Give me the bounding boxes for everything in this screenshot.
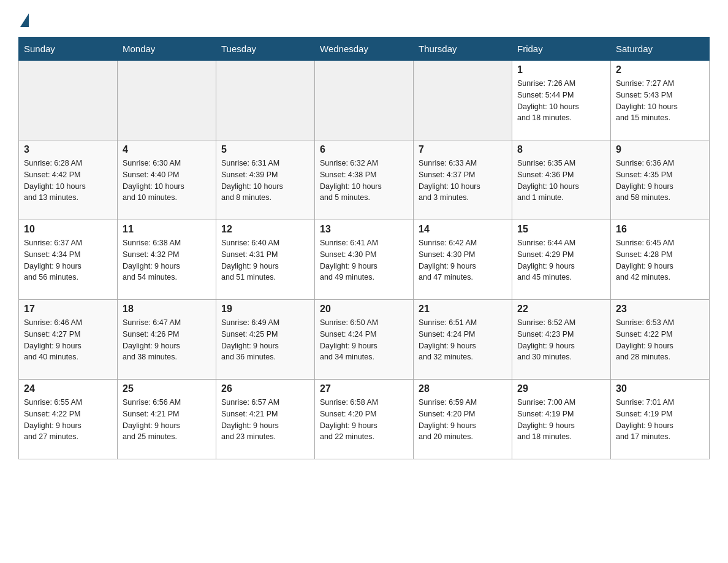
calendar-cell: [216, 61, 315, 140]
day-info: Sunrise: 6:32 AM Sunset: 4:38 PM Dayligh…: [320, 158, 408, 204]
day-info: Sunrise: 6:41 AM Sunset: 4:30 PM Dayligh…: [320, 237, 408, 283]
calendar-cell: 24Sunrise: 6:55 AM Sunset: 4:22 PM Dayli…: [19, 380, 118, 459]
calendar-cell: 1Sunrise: 7:26 AM Sunset: 5:44 PM Daylig…: [512, 61, 611, 140]
day-number: 19: [221, 304, 309, 315]
day-info: Sunrise: 6:56 AM Sunset: 4:21 PM Dayligh…: [123, 397, 211, 443]
calendar-cell: 29Sunrise: 7:00 AM Sunset: 4:19 PM Dayli…: [512, 380, 611, 459]
calendar-cell: 2Sunrise: 7:27 AM Sunset: 5:43 PM Daylig…: [611, 61, 710, 140]
day-info: Sunrise: 6:35 AM Sunset: 4:36 PM Dayligh…: [517, 158, 605, 204]
calendar-week-row: 24Sunrise: 6:55 AM Sunset: 4:22 PM Dayli…: [19, 380, 710, 459]
day-info: Sunrise: 6:57 AM Sunset: 4:21 PM Dayligh…: [221, 397, 309, 443]
day-number: 15: [517, 224, 605, 235]
day-info: Sunrise: 6:45 AM Sunset: 4:28 PM Dayligh…: [616, 237, 704, 283]
calendar-cell: 26Sunrise: 6:57 AM Sunset: 4:21 PM Dayli…: [216, 380, 315, 459]
calendar-week-row: 10Sunrise: 6:37 AM Sunset: 4:34 PM Dayli…: [19, 220, 710, 300]
day-number: 7: [419, 144, 507, 155]
day-info: Sunrise: 6:38 AM Sunset: 4:32 PM Dayligh…: [123, 237, 211, 283]
day-info: Sunrise: 6:31 AM Sunset: 4:39 PM Dayligh…: [221, 158, 309, 204]
day-info: Sunrise: 6:30 AM Sunset: 4:40 PM Dayligh…: [123, 158, 211, 204]
weekday-header-saturday: Saturday: [611, 37, 710, 61]
calendar-cell: 9Sunrise: 6:36 AM Sunset: 4:35 PM Daylig…: [611, 140, 710, 220]
logo-triangle-icon: [20, 13, 29, 27]
calendar-cell: 17Sunrise: 6:46 AM Sunset: 4:27 PM Dayli…: [19, 300, 118, 380]
day-number: 3: [24, 144, 112, 155]
calendar-cell: 22Sunrise: 6:52 AM Sunset: 4:23 PM Dayli…: [512, 300, 611, 380]
day-number: 14: [419, 224, 507, 235]
weekday-header-wednesday: Wednesday: [315, 37, 414, 61]
calendar-week-row: 1Sunrise: 7:26 AM Sunset: 5:44 PM Daylig…: [19, 61, 710, 140]
day-number: 22: [517, 304, 605, 315]
day-info: Sunrise: 7:01 AM Sunset: 4:19 PM Dayligh…: [616, 397, 704, 443]
calendar-week-row: 3Sunrise: 6:28 AM Sunset: 4:42 PM Daylig…: [19, 140, 710, 220]
day-number: 26: [221, 383, 309, 394]
weekday-header-friday: Friday: [512, 37, 611, 61]
calendar-cell: 8Sunrise: 6:35 AM Sunset: 4:36 PM Daylig…: [512, 140, 611, 220]
day-number: 13: [320, 224, 408, 235]
day-info: Sunrise: 6:53 AM Sunset: 4:22 PM Dayligh…: [616, 317, 704, 363]
calendar-cell: 15Sunrise: 6:44 AM Sunset: 4:29 PM Dayli…: [512, 220, 611, 300]
calendar-cell: [19, 61, 118, 140]
calendar-cell: 28Sunrise: 6:59 AM Sunset: 4:20 PM Dayli…: [414, 380, 512, 459]
day-number: 4: [123, 144, 211, 155]
day-info: Sunrise: 6:58 AM Sunset: 4:20 PM Dayligh…: [320, 397, 408, 443]
day-info: Sunrise: 6:47 AM Sunset: 4:26 PM Dayligh…: [123, 317, 211, 363]
calendar-cell: 14Sunrise: 6:42 AM Sunset: 4:30 PM Dayli…: [414, 220, 512, 300]
day-info: Sunrise: 6:37 AM Sunset: 4:34 PM Dayligh…: [24, 237, 112, 283]
day-number: 28: [419, 383, 507, 394]
day-number: 27: [320, 383, 408, 394]
day-number: 8: [517, 144, 605, 155]
day-info: Sunrise: 7:00 AM Sunset: 4:19 PM Dayligh…: [517, 397, 605, 443]
calendar-cell: 5Sunrise: 6:31 AM Sunset: 4:39 PM Daylig…: [216, 140, 315, 220]
day-number: 9: [616, 144, 704, 155]
calendar-cell: 23Sunrise: 6:53 AM Sunset: 4:22 PM Dayli…: [611, 300, 710, 380]
day-info: Sunrise: 6:42 AM Sunset: 4:30 PM Dayligh…: [419, 237, 507, 283]
day-info: Sunrise: 6:50 AM Sunset: 4:24 PM Dayligh…: [320, 317, 408, 363]
day-number: 20: [320, 304, 408, 315]
day-number: 30: [616, 383, 704, 394]
page-header: [18, 12, 710, 25]
day-info: Sunrise: 6:59 AM Sunset: 4:20 PM Dayligh…: [419, 397, 507, 443]
calendar-table: SundayMondayTuesdayWednesdayThursdayFrid…: [18, 37, 710, 459]
day-info: Sunrise: 6:44 AM Sunset: 4:29 PM Dayligh…: [517, 237, 605, 283]
day-info: Sunrise: 6:52 AM Sunset: 4:23 PM Dayligh…: [517, 317, 605, 363]
day-number: 24: [24, 383, 112, 394]
calendar-cell: 19Sunrise: 6:49 AM Sunset: 4:25 PM Dayli…: [216, 300, 315, 380]
day-number: 10: [24, 224, 112, 235]
calendar-week-row: 17Sunrise: 6:46 AM Sunset: 4:27 PM Dayli…: [19, 300, 710, 380]
day-number: 1: [517, 64, 605, 75]
day-info: Sunrise: 6:46 AM Sunset: 4:27 PM Dayligh…: [24, 317, 112, 363]
day-info: Sunrise: 6:40 AM Sunset: 4:31 PM Dayligh…: [221, 237, 309, 283]
calendar-cell: 7Sunrise: 6:33 AM Sunset: 4:37 PM Daylig…: [414, 140, 512, 220]
day-info: Sunrise: 6:36 AM Sunset: 4:35 PM Dayligh…: [616, 158, 704, 204]
calendar-cell: [315, 61, 414, 140]
calendar-cell: 12Sunrise: 6:40 AM Sunset: 4:31 PM Dayli…: [216, 220, 315, 300]
logo: [18, 12, 55, 25]
day-number: 18: [123, 304, 211, 315]
calendar-cell: 20Sunrise: 6:50 AM Sunset: 4:24 PM Dayli…: [315, 300, 414, 380]
calendar-cell: 6Sunrise: 6:32 AM Sunset: 4:38 PM Daylig…: [315, 140, 414, 220]
day-info: Sunrise: 6:28 AM Sunset: 4:42 PM Dayligh…: [24, 158, 112, 204]
day-number: 21: [419, 304, 507, 315]
day-number: 16: [616, 224, 704, 235]
calendar-cell: 11Sunrise: 6:38 AM Sunset: 4:32 PM Dayli…: [118, 220, 216, 300]
day-number: 11: [123, 224, 211, 235]
calendar-cell: 4Sunrise: 6:30 AM Sunset: 4:40 PM Daylig…: [118, 140, 216, 220]
calendar-cell: [118, 61, 216, 140]
calendar-cell: 10Sunrise: 6:37 AM Sunset: 4:34 PM Dayli…: [19, 220, 118, 300]
calendar-cell: 3Sunrise: 6:28 AM Sunset: 4:42 PM Daylig…: [19, 140, 118, 220]
day-number: 23: [616, 304, 704, 315]
day-number: 12: [221, 224, 309, 235]
calendar-cell: [414, 61, 512, 140]
calendar-cell: 21Sunrise: 6:51 AM Sunset: 4:24 PM Dayli…: [414, 300, 512, 380]
weekday-header-sunday: Sunday: [19, 37, 118, 61]
day-number: 6: [320, 144, 408, 155]
day-info: Sunrise: 6:49 AM Sunset: 4:25 PM Dayligh…: [221, 317, 309, 363]
day-info: Sunrise: 6:55 AM Sunset: 4:22 PM Dayligh…: [24, 397, 112, 443]
day-number: 17: [24, 304, 112, 315]
calendar-cell: 18Sunrise: 6:47 AM Sunset: 4:26 PM Dayli…: [118, 300, 216, 380]
weekday-header-tuesday: Tuesday: [216, 37, 315, 61]
calendar-cell: 30Sunrise: 7:01 AM Sunset: 4:19 PM Dayli…: [611, 380, 710, 459]
calendar-cell: 27Sunrise: 6:58 AM Sunset: 4:20 PM Dayli…: [315, 380, 414, 459]
weekday-header-row: SundayMondayTuesdayWednesdayThursdayFrid…: [19, 37, 710, 61]
day-info: Sunrise: 6:51 AM Sunset: 4:24 PM Dayligh…: [419, 317, 507, 363]
